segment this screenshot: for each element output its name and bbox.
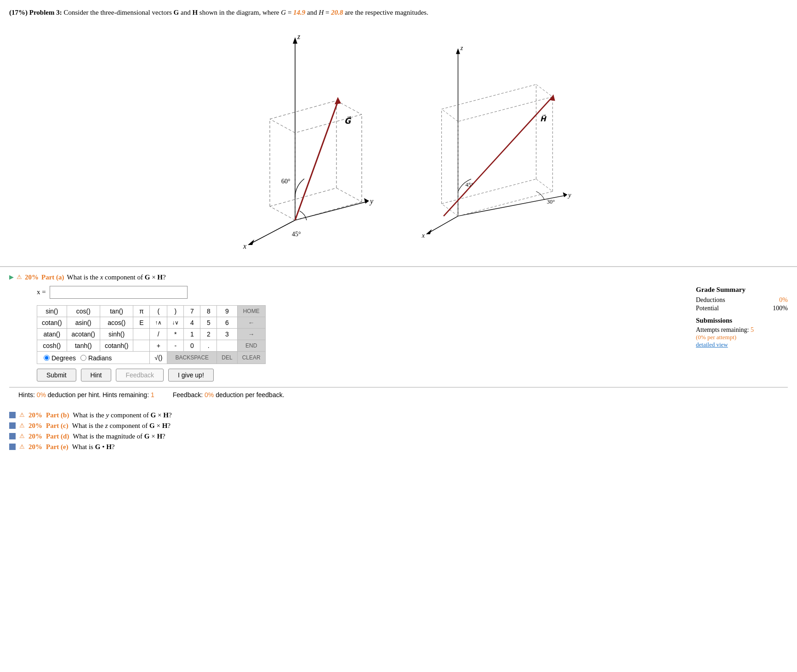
part-d-question: What is the magnitude of G × H? [73,433,165,440]
svg-marker-1 [293,37,297,44]
num9-btn[interactable]: 9 [217,305,237,317]
svg-marker-22 [335,97,341,104]
attempts-label: Attempts remaining: [696,326,749,333]
buttons-row: Submit Hint Feedback I give up! [37,369,682,382]
down-arrow-btn[interactable]: ↓∨ [167,317,184,328]
sqrt-btn[interactable]: √() [150,351,167,364]
cos-btn[interactable]: cos() [67,305,100,317]
feedback-label: Feedback: [173,391,203,399]
calculator: x = sin() cos() tan() π ( ) 7 8 9 HO [23,286,682,382]
rparen-btn[interactable]: ) [167,305,184,317]
tan-btn[interactable]: tan() [100,305,133,317]
part-c-checkbox[interactable] [9,422,16,429]
answer-input[interactable] [50,286,188,299]
left-arrow-btn[interactable]: ← [237,317,265,328]
part-e-item: ⚠ 20% Part (e) What is G • H? [9,443,788,451]
num6-btn[interactable]: 6 [217,317,237,328]
svg-line-47 [444,97,552,216]
hints-section: Hints: 0% deduction per hint. Hints rema… [18,391,154,399]
svg-text:30°: 30° [547,199,555,205]
svg-line-21 [295,102,338,220]
svg-marker-7 [248,239,254,245]
hints-feedback-bar: Hints: 0% deduction per hint. Hints rema… [9,387,788,402]
feedback-section: Feedback: 0% deduction per feedback. [173,391,285,399]
diagram-h-svg: z y x H⃗ [417,27,573,257]
hint-btn[interactable]: Hint [81,369,112,382]
part-e-label: Part (e) [46,443,68,451]
pi-btn[interactable]: π [133,305,150,317]
num1-btn[interactable]: 1 [184,328,200,340]
deductions-row: Deductions 0% [696,296,788,304]
num2-btn[interactable]: 2 [200,328,217,340]
acos-btn[interactable]: acos() [100,317,133,328]
degrees-label[interactable]: Degrees [44,354,76,362]
part-c-item: ⚠ 20% Part (c) What is the z component o… [9,422,788,430]
part-e-percent: 20% [28,443,42,451]
num4-btn[interactable]: 4 [184,317,200,328]
del-btn[interactable]: DEL [217,351,237,364]
part-d-percent: 20% [28,433,42,440]
svg-text:x: x [421,231,425,239]
submissions-title: Submissions [696,317,788,325]
divide-btn[interactable]: / [150,328,167,340]
sinh-btn[interactable]: sinh() [100,328,133,340]
radians-radio[interactable] [80,355,86,361]
submit-btn[interactable]: Submit [37,369,76,382]
atan-btn[interactable]: atan() [37,328,67,340]
tanh-btn[interactable]: tanh() [67,340,100,351]
per-attempt: (0% per attempt) [696,334,788,341]
num3-btn[interactable]: 3 [217,328,237,340]
clear-btn[interactable]: CLEAR [237,351,265,364]
warning-icon-b: ⚠ [19,411,25,419]
num5-btn[interactable]: 5 [200,317,217,328]
right-arrow-btn[interactable]: → [237,328,265,340]
empty2 [133,340,150,351]
svg-line-39 [442,109,458,121]
empty1 [133,328,150,340]
diagram-h: z y x H⃗ [417,27,573,257]
svg-line-6 [251,220,295,243]
home-btn[interactable]: HOME [237,305,265,317]
warning-icon-c: ⚠ [19,422,25,429]
num8-btn[interactable]: 8 [200,305,217,317]
part-a-question: What is the x component of G × H? [67,273,166,281]
part-b-checkbox[interactable] [9,412,16,418]
cotanh-btn[interactable]: cotanh() [100,340,133,351]
empty3 [217,340,237,351]
multiply-btn[interactable]: * [167,328,184,340]
dot-btn[interactable]: . [200,340,217,351]
degrees-radians: Degrees Radians [42,354,145,362]
potential-row: Potential 100% [696,305,788,312]
part-a-label: Part (a) [41,273,64,281]
minus-btn[interactable]: - [167,340,184,351]
part-c-label: Part (c) [46,422,68,430]
other-parts: ⚠ 20% Part (b) What is the y component o… [0,407,797,458]
asin-btn[interactable]: asin() [67,317,100,328]
num0-btn[interactable]: 0 [184,340,200,351]
svg-marker-48 [549,94,555,101]
degrees-radio[interactable] [44,355,50,361]
sin-btn[interactable]: sin() [37,305,67,317]
num7-btn[interactable]: 7 [184,305,200,317]
svg-text:60°: 60° [281,178,290,185]
degrees-text: Degrees [51,354,76,362]
radians-label[interactable]: Radians [80,354,112,362]
part-e-checkbox[interactable] [9,444,16,450]
part-d-checkbox[interactable] [9,433,16,439]
feedback-btn[interactable]: Feedback [116,369,163,382]
e-btn[interactable]: E [133,317,150,328]
end-btn[interactable]: END [237,340,265,351]
input-row: x = [37,286,682,299]
diagrams-area: z y x [0,23,797,266]
acotan-btn[interactable]: acotan() [67,328,100,340]
lparen-btn[interactable]: ( [150,305,167,317]
plus-btn[interactable]: + [150,340,167,351]
cotan-btn[interactable]: cotan() [37,317,67,328]
up-arrow-btn[interactable]: ↑∧ [150,317,167,328]
detailed-view-link[interactable]: detailed view [696,341,728,348]
cosh-btn[interactable]: cosh() [37,340,67,351]
svg-line-32 [429,216,458,233]
calc-row-4: cosh() tanh() cotanh() + - 0 . END [37,340,266,351]
give-up-btn[interactable]: I give up! [168,369,214,382]
backspace-btn[interactable]: BACKSPACE [167,351,217,364]
